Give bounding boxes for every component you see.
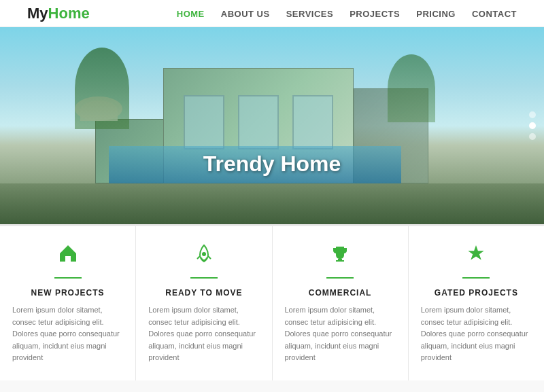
nav-item-home[interactable]: HOME: [177, 8, 205, 19]
logo[interactable]: MyHome: [27, 5, 90, 22]
nav-item-contact[interactable]: CONTACT: [472, 8, 517, 19]
card-icon-0: [12, 243, 123, 269]
card-title-1: READY TO MOVE: [148, 288, 259, 298]
feature-card-3: GATED PROJECTSLorem ipsum dolor sitamet,…: [409, 226, 544, 380]
card-icon-3: [421, 243, 532, 269]
slider-dot-3[interactable]: [529, 133, 536, 140]
nav-item-projects[interactable]: PROJECTS: [350, 8, 400, 19]
slider-dots[interactable]: [529, 111, 536, 140]
logo-home: Home: [48, 5, 90, 22]
feature-cards: NEW PROJECTSLorem ipsum dolor sitamet, c…: [0, 224, 544, 380]
card-divider-2: [326, 277, 354, 279]
nav-item-about-us[interactable]: ABOUT US: [221, 8, 270, 19]
logo-my: My: [27, 5, 48, 22]
slider-dot-1[interactable]: [529, 111, 536, 118]
hero-title: Trendy Home: [203, 152, 341, 177]
card-icon-2: [285, 243, 396, 269]
card-title-0: NEW PROJECTS: [12, 288, 123, 298]
card-title-2: COMMERCIAL: [285, 288, 396, 298]
card-text-2: Lorem ipsum dolor sitamet, consec tetur …: [285, 304, 396, 364]
main-nav: HOMEABOUT USSERVICESPROJECTSPRICINGCONTA…: [177, 8, 517, 19]
nav-item-pricing[interactable]: PRICING: [416, 8, 456, 19]
feature-card-1: READY TO MOVELorem ipsum dolor sitamet, …: [136, 226, 272, 380]
svg-point-0: [202, 252, 206, 256]
svg-rect-2: [336, 260, 344, 262]
card-divider-3: [462, 277, 490, 279]
feature-card-2: COMMERCIALLorem ipsum dolor sitamet, con…: [273, 226, 409, 380]
slider-dot-2[interactable]: [529, 122, 536, 129]
nav-item-services[interactable]: SERVICES: [286, 8, 334, 19]
card-divider-0: [54, 277, 82, 279]
trending-section: TRENDING PROJECTS Curabitur aliquet quam…: [0, 380, 544, 392]
card-divider-1: [190, 277, 218, 279]
card-text-3: Lorem ipsum dolor sitamet, consec tetur …: [421, 304, 532, 364]
card-text-1: Lorem ipsum dolor sitamet, consec tetur …: [148, 304, 259, 364]
feature-card-0: NEW PROJECTSLorem ipsum dolor sitamet, c…: [0, 226, 136, 380]
card-title-3: GATED PROJECTS: [421, 288, 532, 298]
hero-section: Trendy Home: [0, 27, 544, 224]
card-text-0: Lorem ipsum dolor sitamet, consec tetur …: [12, 304, 123, 364]
hero-ground: [0, 183, 544, 224]
hero-background: [0, 27, 544, 224]
header: MyHome HOMEABOUT USSERVICESPROJECTSPRICI…: [0, 0, 544, 27]
card-icon-1: [148, 243, 259, 269]
svg-rect-1: [338, 259, 342, 260]
